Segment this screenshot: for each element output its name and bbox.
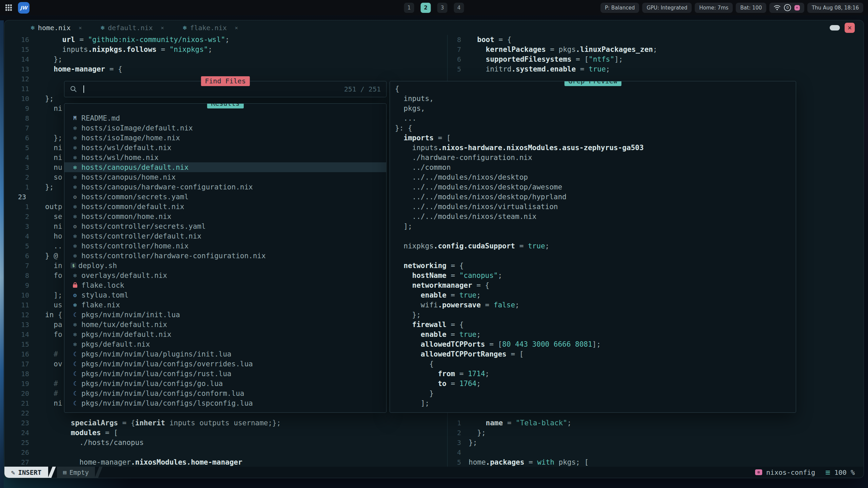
result-item[interactable]: ❄hosts/common/default.nix <box>64 202 386 211</box>
result-item[interactable]: ❄home/tux/default.nix <box>64 320 386 329</box>
result-item[interactable]: ❄pkgs/nvim/default.nix <box>64 329 386 339</box>
result-item[interactable]: flake.lock <box>64 280 386 290</box>
result-item[interactable]: ⚙hosts/common/secrets.yaml <box>64 192 386 202</box>
line-number: 24 <box>4 428 30 438</box>
result-item[interactable]: ☾pkgs/nvim/nvim/lua/plugins/init.lua <box>64 349 386 359</box>
status-badge[interactable]: P: Balanced <box>600 3 639 13</box>
result-item[interactable]: ☾pkgs/nvim/nvim/init.lua <box>64 310 386 320</box>
results-list: MREADME.md❄hosts/isoImage/default.nix❄ho… <box>64 113 386 408</box>
workspace-button-2[interactable]: 2 <box>421 3 431 13</box>
sh-file-icon: $ <box>71 263 76 268</box>
result-item[interactable]: ❄hosts/canopus/default.nix <box>64 162 386 172</box>
shield-icon[interactable]: 0 <box>784 4 791 11</box>
file-name: pkgs/nvim/nvim/lua/plugins/init.lua <box>81 350 232 358</box>
tab-default.nix[interactable]: ❄default.nix✕ <box>101 24 164 32</box>
result-item[interactable]: ⚙stylua.toml <box>64 290 386 300</box>
result-item[interactable]: ❄overlays/default.nix <box>64 270 386 280</box>
result-item[interactable]: ❄hosts/controller/default.nix <box>64 231 386 241</box>
file-name: flake.nix <box>81 301 120 309</box>
clock[interactable]: Thu Aug 08, 18:16 <box>807 3 863 13</box>
file-name: hosts/controller/default.nix <box>81 232 201 240</box>
code-line: 3}; <box>448 438 864 448</box>
result-item[interactable]: ❄hosts/controller/home.nix <box>64 241 386 251</box>
find-files-input[interactable]: Find Files 251 / 251 <box>64 81 387 97</box>
tab-close-icon[interactable]: ✕ <box>235 25 238 31</box>
tab-close-icon[interactable]: ✕ <box>161 25 164 31</box>
buffer-name: Empty <box>70 469 89 476</box>
status-badge[interactable]: Bat: 100 <box>736 3 766 13</box>
code-line: 1 name = "Tela-black"; <box>448 418 864 428</box>
code-text: }; <box>45 133 62 143</box>
find-files-results: Results MREADME.md❄hosts/isoImage/defaul… <box>64 103 387 413</box>
code-line: hostName = "canopus"; <box>395 271 796 281</box>
code-text: inputs.nixos-hardware.nixosModules.asus-… <box>395 143 644 153</box>
tab-close-icon[interactable]: ✕ <box>79 25 82 31</box>
tray-icons[interactable]: 0 <box>769 3 804 13</box>
line-number: 6 <box>4 133 30 143</box>
window-close-button[interactable]: ✕ <box>845 23 855 33</box>
line-number: 7 <box>4 123 30 133</box>
result-item[interactable]: ❄hosts/canopus/home.nix <box>64 172 386 182</box>
line-number: 9 <box>4 281 30 290</box>
pin-toggle-icon[interactable] <box>830 25 840 30</box>
result-item[interactable]: ❄pkgs/default.nix <box>64 339 386 349</box>
code-text: kernelPackages = pkgs.linuxPackages_zen; <box>469 45 657 55</box>
code-text: to = 1764; <box>395 379 481 389</box>
status-badge[interactable]: GPU: Integrated <box>642 3 692 13</box>
result-item[interactable]: ☾pkgs/nvim/nvim/lua/configs/conform.lua <box>64 388 386 398</box>
nix-file-icon: ❄ <box>71 162 79 172</box>
file-name: pkgs/nvim/nvim/lua/configs/rust.lua <box>81 370 232 378</box>
result-item[interactable]: ❄flake.nix <box>64 300 386 310</box>
nix-file-icon: ❄ <box>71 231 79 241</box>
code-text: enable = true; <box>395 330 481 340</box>
result-item[interactable]: ☾pkgs/nvim/nvim/lua/configs/rust.lua <box>64 369 386 379</box>
line-number: 11 <box>4 84 30 94</box>
code-line: 25 ./hosts/canopus <box>4 438 447 448</box>
palette-icon[interactable] <box>794 5 800 11</box>
code-text: .. <box>45 241 62 251</box>
result-item[interactable]: ❄hosts/isoImage/default.nix <box>64 123 386 133</box>
result-item[interactable]: ❄hosts/controller/hardware-configuration… <box>64 251 386 261</box>
workspace-switcher: 1234 <box>404 3 464 13</box>
result-item[interactable]: $deploy.sh <box>64 261 386 270</box>
nix-file-icon: ❄ <box>71 241 79 251</box>
nix-file-icon: ❄ <box>71 211 79 221</box>
tab-flake.nix[interactable]: ❄flake.nix✕ <box>183 24 238 32</box>
result-item[interactable]: ☾pkgs/nvim/nvim/lua/configs/lspconfig.lu… <box>64 398 386 408</box>
result-item[interactable]: ⚙hosts/controller/secrets.yaml <box>64 221 386 231</box>
result-item[interactable]: ❄hosts/wsl/default.nix <box>64 143 386 152</box>
nix-icon: ❄ <box>101 24 104 31</box>
workspace-button-4[interactable]: 4 <box>454 3 464 13</box>
code-line: }; <box>395 310 796 320</box>
result-item[interactable]: ☾pkgs/nvim/nvim/lua/configs/overrides.lu… <box>64 359 386 369</box>
code-text: ov <box>45 359 62 369</box>
tab-label: home.nix <box>38 24 71 32</box>
wifi-icon[interactable] <box>774 5 781 11</box>
app-launcher-icon[interactable] <box>5 4 12 11</box>
result-item[interactable]: ❄hosts/canopus/hardware-configuration.ni… <box>64 182 386 192</box>
code-line: networking = { <box>395 261 796 271</box>
code-text: } <box>395 389 434 399</box>
code-text: ]; <box>45 290 62 300</box>
line-number: 7 <box>448 45 461 55</box>
code-text: hostName = "canopus"; <box>395 271 502 281</box>
code-text: home-manager = { <box>45 64 122 74</box>
result-item[interactable]: MREADME.md <box>64 113 386 123</box>
result-item[interactable]: ❄hosts/wsl/home.nix <box>64 152 386 162</box>
workspace-button-1[interactable]: 1 <box>404 3 414 13</box>
code-text: ../../modules/nixos/desktop/hyprland <box>395 192 567 202</box>
result-item[interactable]: ☾pkgs/nvim/nvim/lua/configs/go.lua <box>64 379 386 388</box>
distro-logo[interactable]: JW <box>18 2 29 14</box>
repo-name: nixos-config <box>766 468 815 476</box>
result-item[interactable]: ❄hosts/common/home.nix <box>64 211 386 221</box>
line-number: 20 <box>4 389 30 399</box>
statusline-right: nixos-config ≡ 100 % <box>755 468 864 477</box>
result-item[interactable]: ❄hosts/isoImage/home.nix <box>64 133 386 143</box>
status-badge[interactable]: Home: 7ms <box>695 3 733 13</box>
file-name: hosts/isoImage/default.nix <box>81 124 193 132</box>
tab-home.nix[interactable]: ❄home.nix✕ <box>31 24 82 32</box>
lines-icon: ≡ <box>825 468 830 477</box>
code-line: to = 1764; <box>395 379 796 389</box>
workspace-button-3[interactable]: 3 <box>437 3 448 13</box>
line-number: 5 <box>448 458 461 467</box>
